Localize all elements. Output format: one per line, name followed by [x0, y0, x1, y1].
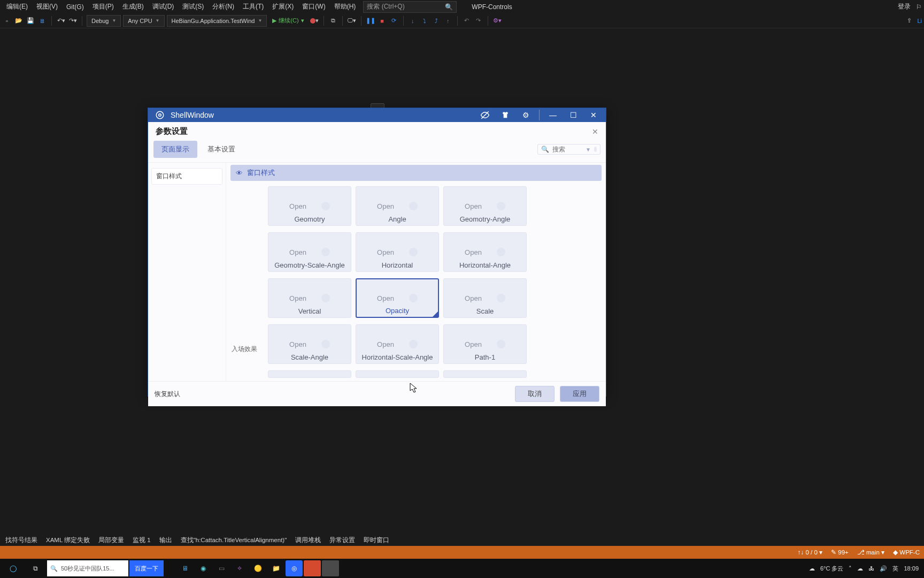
nav-window-style[interactable]: 窗口样式	[151, 168, 222, 185]
step-out-icon[interactable]: ⤴	[432, 15, 441, 27]
menu-tools[interactable]: 工具(T)	[238, 1, 268, 13]
tray-onedrive-icon[interactable]: ☁	[857, 565, 863, 572]
app-generic1-icon[interactable]: ▭	[213, 560, 230, 576]
tab-exceptions[interactable]: 异常设置	[325, 535, 359, 546]
taskview-icon[interactable]: ⧉	[25, 560, 46, 577]
menu-ext[interactable]: 扩展(X)	[268, 1, 298, 13]
login-action-icon[interactable]: ⚐	[916, 3, 922, 11]
card-partial-3[interactable]	[443, 370, 527, 378]
section-window-style[interactable]: 👁 窗口样式	[230, 165, 602, 181]
menu-project[interactable]: 项目(P)	[88, 1, 118, 13]
login-link[interactable]: 登录	[898, 2, 911, 11]
toggle-icon[interactable]	[321, 294, 330, 302]
card-horizontal-scale-angle[interactable]: Open Horizontal-Scale-Angle	[356, 324, 439, 364]
stop-icon[interactable]: ■	[378, 15, 387, 27]
lifecycle-icon[interactable]: 🖵▾	[347, 15, 357, 27]
card-scale[interactable]: Open Scale	[443, 278, 527, 318]
tab-watch[interactable]: 监视 1	[128, 535, 155, 546]
toggle-icon[interactable]	[409, 202, 418, 210]
close-button[interactable]: ✕	[587, 108, 600, 122]
tab-find[interactable]: 查找"h:Cattach.TitleVerticalAlignment)"	[176, 535, 291, 546]
step-back-icon[interactable]: ↑	[443, 15, 453, 27]
card-horizontal-angle[interactable]: Open Horizontal-Angle	[443, 232, 527, 272]
taskbar-search[interactable]: 🔍 50秒见证中国队15...	[47, 560, 128, 576]
project-indicator[interactable]: ◆ WPF-C	[893, 549, 920, 556]
redo-icon[interactable]: ↷▾	[68, 15, 78, 27]
tray-time[interactable]: 18:09	[904, 565, 919, 572]
baidu-button[interactable]: 百度一下	[129, 560, 164, 576]
menu-build[interactable]: 生成(B)	[118, 1, 148, 13]
undo-small-icon[interactable]: ↶	[462, 15, 472, 27]
gear-icon[interactable]: ⚙	[519, 108, 533, 122]
toggle-icon[interactable]	[321, 340, 330, 348]
toggle-icon[interactable]	[409, 340, 418, 348]
new-file-icon[interactable]: ▫	[2, 15, 12, 27]
settings-close-icon[interactable]: ✕	[592, 127, 598, 136]
tray-network-icon[interactable]: 🖧	[868, 565, 874, 572]
card-vertical[interactable]: Open Vertical	[268, 278, 351, 318]
tab-output[interactable]: 输出	[155, 535, 176, 546]
continue-button[interactable]: ▶ 继续(C) ▾	[269, 17, 307, 25]
toggle-icon[interactable]	[321, 248, 330, 256]
app-red-icon[interactable]	[304, 560, 321, 576]
card-horizontal[interactable]: Open Horizontal	[356, 232, 439, 272]
card-geomotry-angle[interactable]: Open Geomotry-Angle	[443, 186, 527, 226]
menu-test[interactable]: 测试(S)	[178, 1, 208, 13]
tray-ime[interactable]: 英	[892, 565, 898, 573]
app-vs-icon[interactable]: ✧	[231, 560, 248, 576]
menu-help[interactable]: 帮助(H)	[330, 1, 360, 13]
cpu-dropdown[interactable]: Any CPU▼	[123, 15, 164, 27]
branch-icon[interactable]: ⎇ main ▾	[857, 549, 884, 556]
pencil-icon[interactable]: ✎ 99+	[831, 549, 849, 556]
card-partial-1[interactable]	[268, 370, 351, 378]
toggle-icon[interactable]	[497, 340, 505, 348]
card-partial-2[interactable]	[356, 370, 439, 378]
process-icon[interactable]: ⧉	[328, 15, 338, 27]
menu-window[interactable]: 窗口(W)	[298, 1, 329, 13]
settings-search-input[interactable]	[552, 146, 582, 153]
card-geomotry-scale-angle[interactable]: Open Geomotry-Scale-Angle	[268, 232, 351, 272]
share-icon[interactable]: ⇪	[904, 15, 914, 27]
target-dropdown[interactable]: HeBianGu.Application.TestWind▼	[167, 15, 267, 27]
tab-locals[interactable]: 局部变量	[94, 535, 128, 546]
toggle-icon[interactable]	[321, 202, 330, 210]
toggle-icon[interactable]	[409, 294, 418, 302]
cortana-icon[interactable]: ◯	[2, 560, 24, 577]
git-arrows-icon[interactable]: ↑↓ 0 / 0 ▾	[798, 549, 822, 556]
app-gray-icon[interactable]	[322, 560, 339, 576]
tab-xaml-binding[interactable]: XAML 绑定失败	[42, 535, 94, 546]
diagnostic-icon[interactable]: ⚙▾	[492, 15, 502, 27]
card-path-1[interactable]: Open Path-1	[443, 324, 527, 364]
hot-reload-icon[interactable]: ▾	[310, 15, 319, 27]
tab-immediate[interactable]: 即时窗口	[359, 535, 394, 546]
config-dropdown[interactable]: Debug▼	[87, 15, 121, 27]
redo-small-icon[interactable]: ↷	[474, 15, 483, 27]
card-scale-angle[interactable]: Open Scale-Angle	[268, 324, 351, 364]
menu-view[interactable]: 视图(V)	[32, 1, 62, 13]
menu-debug[interactable]: 调试(D)	[148, 1, 179, 13]
toggle-icon[interactable]	[497, 202, 505, 210]
shirt-icon[interactable]	[498, 108, 512, 122]
card-angle[interactable]: Open Angle	[356, 186, 439, 226]
apply-button[interactable]: 应用	[560, 386, 599, 402]
weather-icon[interactable]: ☁	[809, 565, 815, 572]
restart-icon[interactable]: ⟳	[389, 15, 399, 27]
app-blue-icon[interactable]: ◎	[286, 560, 303, 576]
minimize-button[interactable]: —	[546, 108, 560, 122]
tab-basic-settings[interactable]: 基本设置	[199, 141, 243, 158]
menu-git[interactable]: Git(G)	[62, 2, 88, 12]
clear-icon[interactable]	[594, 147, 597, 152]
toggle-icon[interactable]	[409, 248, 418, 256]
vs-search-box[interactable]: 搜索 (Ctrl+Q) 🔍	[363, 1, 457, 13]
hide-icon[interactable]	[478, 108, 492, 122]
save-icon[interactable]: 💾	[26, 15, 35, 27]
toggle-icon[interactable]	[497, 294, 505, 302]
shell-titlebar[interactable]: ShellWindow ⚙ — ☐ ✕	[148, 108, 606, 122]
card-opacity[interactable]: Open Opacity	[356, 278, 439, 318]
app-explorer-icon[interactable]: 📁	[267, 560, 284, 576]
open-folder-icon[interactable]: 📂	[14, 15, 24, 27]
step-into-icon[interactable]: ⤵	[420, 15, 429, 27]
restore-defaults-link[interactable]: 恢复默认	[155, 390, 180, 399]
menu-analyze[interactable]: 分析(N)	[208, 1, 238, 13]
app-chrome-icon[interactable]: 🟡	[249, 560, 266, 576]
